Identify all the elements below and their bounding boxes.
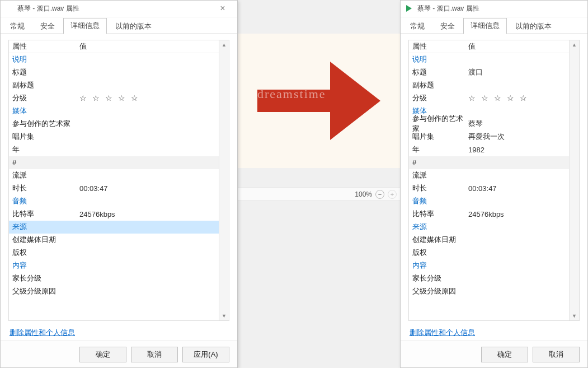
row-created[interactable]: 创建媒体日期 bbox=[9, 234, 219, 246]
row-artists[interactable]: 参与创作的艺术家 bbox=[9, 118, 219, 131]
star-rating-icon[interactable]: ☆ ☆ ☆ ☆ ☆ bbox=[79, 94, 219, 103]
titlebar: 蔡琴 - 渡口.wav 属性 × bbox=[1, 1, 237, 17]
tab-security[interactable]: 安全 bbox=[33, 18, 62, 34]
property-grid: 属性 值 说明 标题 副标题 分级 ☆ ☆ ☆ ☆ ☆ bbox=[8, 40, 229, 321]
row-copyright[interactable]: 版权 bbox=[9, 246, 219, 259]
cancel-button[interactable]: 取消 bbox=[131, 347, 178, 362]
tabs: 常规 安全 详细信息 以前的版本 bbox=[1, 17, 237, 34]
ok-button[interactable]: 确定 bbox=[481, 347, 528, 362]
tab-security[interactable]: 安全 bbox=[433, 18, 462, 34]
ok-button[interactable]: 确定 bbox=[79, 347, 126, 362]
grid-rows: 属性 值 说明 标题 渡口 副标题 分级 ☆ ☆ ☆ ☆ ☆ bbox=[409, 40, 569, 320]
cancel-button[interactable]: 取消 bbox=[533, 347, 580, 362]
properties-dialog-right: 蔡琴 - 渡口.wav 属性 常规 安全 详细信息 以前的版本 属性 值 说明 … bbox=[400, 0, 588, 368]
row-genre[interactable]: 流派 bbox=[409, 169, 569, 182]
app-icon bbox=[4, 3, 14, 13]
properties-dialog-left: 蔡琴 - 渡口.wav 属性 × 常规 安全 详细信息 以前的版本 属性 值 说… bbox=[0, 0, 238, 368]
row-parental[interactable]: 家长分级 bbox=[409, 272, 569, 285]
row-year[interactable]: 年 bbox=[9, 143, 219, 156]
row-album[interactable]: 唱片集 bbox=[9, 131, 219, 143]
scrollbar[interactable]: ▲ ▼ bbox=[569, 40, 579, 320]
grid-rows: 属性 值 说明 标题 副标题 分级 ☆ ☆ ☆ ☆ ☆ bbox=[9, 40, 219, 320]
row-artists[interactable]: 参与创作的艺术家 蔡琴 bbox=[409, 118, 569, 131]
header-val: 值 bbox=[79, 41, 219, 52]
zoom-out-button[interactable]: − bbox=[375, 190, 384, 199]
section-source: 来源 bbox=[9, 221, 219, 234]
property-grid: 属性 值 说明 标题 渡口 副标题 分级 ☆ ☆ ☆ ☆ ☆ bbox=[408, 40, 580, 321]
row-year[interactable]: 年 1982 bbox=[409, 143, 569, 156]
section-description: 说明 bbox=[409, 53, 569, 66]
content-area: 属性 值 说明 标题 渡口 副标题 分级 ☆ ☆ ☆ ☆ ☆ bbox=[401, 34, 587, 341]
header-val: 值 bbox=[468, 41, 569, 52]
row-bitrate[interactable]: 比特率 24576kbps bbox=[409, 208, 569, 221]
row-copyright[interactable]: 版权 bbox=[409, 246, 569, 259]
tab-general[interactable]: 常规 bbox=[403, 18, 432, 34]
close-icon[interactable]: × bbox=[211, 3, 234, 13]
svg-marker-1 bbox=[330, 62, 380, 140]
section-media: 媒体 bbox=[9, 105, 219, 118]
row-album[interactable]: 唱片集 再愛我一次 bbox=[409, 131, 569, 143]
row-title[interactable]: 标题 渡口 bbox=[409, 66, 569, 79]
row-bitrate[interactable]: 比特率 24576kbps bbox=[9, 208, 219, 221]
content-area: 属性 值 说明 标题 副标题 分级 ☆ ☆ ☆ ☆ ☆ bbox=[1, 34, 237, 341]
row-rating[interactable]: 分级 ☆ ☆ ☆ ☆ ☆ bbox=[9, 92, 219, 105]
scroll-down-icon[interactable]: ▼ bbox=[220, 311, 229, 320]
grid-header: 属性 值 bbox=[409, 40, 569, 53]
remove-properties-link[interactable]: 删除属性和个人信息 bbox=[8, 321, 76, 339]
zoom-toolbar: 100% − + bbox=[238, 188, 400, 201]
row-duration[interactable]: 时长 00:03:47 bbox=[409, 182, 569, 195]
zoom-level: 100% bbox=[355, 190, 372, 198]
tabs: 常规 安全 详细信息 以前的版本 bbox=[401, 17, 587, 34]
scroll-up-icon[interactable]: ▲ bbox=[220, 40, 229, 49]
window-title: 蔡琴 - 渡口.wav 属性 bbox=[17, 4, 79, 13]
section-content: 内容 bbox=[9, 259, 219, 272]
svg-marker-2 bbox=[406, 5, 412, 12]
header-prop: 属性 bbox=[12, 41, 79, 52]
header-prop: 属性 bbox=[412, 41, 468, 52]
watermark-text: dreamstime bbox=[257, 87, 326, 101]
star-rating-icon[interactable]: ☆ ☆ ☆ ☆ ☆ bbox=[468, 94, 569, 103]
section-audio: 音频 bbox=[409, 195, 569, 208]
section-content: 内容 bbox=[409, 259, 569, 272]
grid-header: 属性 值 bbox=[9, 40, 219, 53]
section-audio: 音频 bbox=[9, 195, 219, 208]
tab-details[interactable]: 详细信息 bbox=[463, 18, 507, 34]
section-source: 来源 bbox=[409, 221, 569, 234]
apply-button[interactable]: 应用(A) bbox=[182, 347, 229, 362]
row-duration[interactable]: 时长 00:03:47 bbox=[9, 182, 219, 195]
tab-previous-versions[interactable]: 以前的版本 bbox=[508, 18, 559, 34]
button-bar: 确定 取消 bbox=[401, 341, 587, 367]
row-rating[interactable]: 分级 ☆ ☆ ☆ ☆ ☆ bbox=[409, 92, 569, 105]
titlebar: 蔡琴 - 渡口.wav 属性 bbox=[401, 1, 587, 17]
row-title[interactable]: 标题 bbox=[9, 66, 219, 79]
row-parental[interactable]: 家长分级 bbox=[9, 272, 219, 285]
scrollbar[interactable]: ▲ ▼ bbox=[219, 40, 229, 320]
row-track-number[interactable]: # bbox=[409, 156, 569, 169]
tab-general[interactable]: 常规 bbox=[3, 18, 32, 34]
row-parental-reason[interactable]: 父级分级原因 bbox=[9, 285, 219, 298]
row-track-number[interactable]: # bbox=[9, 156, 219, 169]
row-subtitle[interactable]: 副标题 bbox=[409, 79, 569, 92]
row-subtitle[interactable]: 副标题 bbox=[9, 79, 219, 92]
zoom-in-button[interactable]: + bbox=[388, 190, 397, 199]
remove-properties-link[interactable]: 删除属性和个人信息 bbox=[408, 321, 476, 339]
row-genre[interactable]: 流派 bbox=[9, 169, 219, 182]
tab-details[interactable]: 详细信息 bbox=[63, 18, 107, 34]
tab-previous-versions[interactable]: 以前的版本 bbox=[108, 18, 159, 34]
window-title: 蔡琴 - 渡口.wav 属性 bbox=[417, 4, 479, 13]
row-created[interactable]: 创建媒体日期 bbox=[409, 234, 569, 246]
button-bar: 确定 取消 应用(A) bbox=[1, 341, 237, 367]
media-file-icon bbox=[404, 3, 414, 13]
row-parental-reason[interactable]: 父级分级原因 bbox=[409, 285, 569, 298]
scroll-down-icon[interactable]: ▼ bbox=[570, 311, 579, 320]
section-description: 说明 bbox=[9, 53, 219, 66]
scroll-up-icon[interactable]: ▲ bbox=[570, 40, 579, 49]
